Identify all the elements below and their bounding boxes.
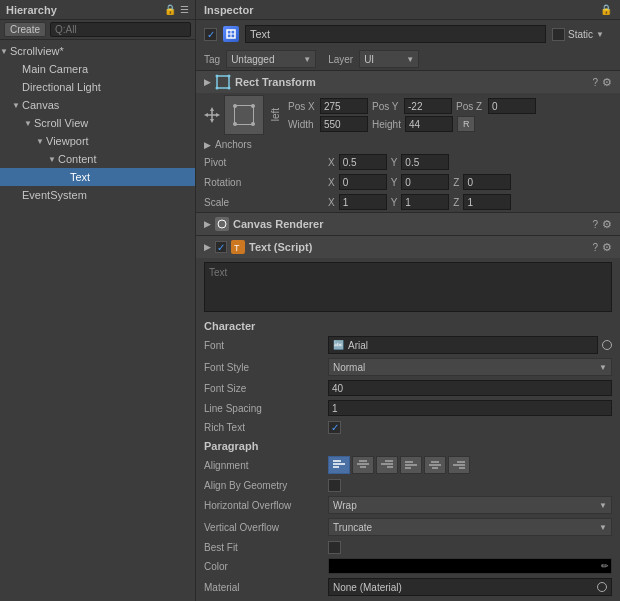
font-field[interactable]: 🔤 Arial (328, 336, 598, 354)
static-checkbox[interactable] (552, 28, 565, 41)
canvas-renderer-section: ▶ Canvas Renderer ? ⚙ (196, 212, 620, 235)
hierarchy-toolbar: Create (0, 20, 195, 40)
create-button[interactable]: Create (4, 22, 46, 37)
line-spacing-input[interactable] (328, 400, 612, 416)
cr-help-icon[interactable]: ? (592, 219, 598, 230)
rt-width-input[interactable] (320, 116, 368, 132)
font-style-dropdown[interactable]: Normal ▼ (328, 358, 612, 376)
scale-z-input[interactable] (463, 194, 511, 210)
hierarchy-item-directional-light[interactable]: Directional Light (0, 78, 195, 96)
text-preview-label: Text (209, 267, 227, 278)
rotation-z-input[interactable] (463, 174, 511, 190)
scale-x-label: X (328, 197, 335, 208)
anchor-preview[interactable] (224, 95, 264, 135)
pivot-label: Pivot (204, 157, 324, 168)
rt-posy-input[interactable] (404, 98, 452, 114)
rotation-y-input[interactable] (401, 174, 449, 190)
horiz-overflow-dropdown[interactable]: Wrap ▼ (328, 496, 612, 514)
rt-posx-label: Pos X (288, 101, 316, 112)
hierarchy-panel: Hierarchy 🔒 ☰ Create ▼Scrollview*Main Ca… (0, 0, 196, 601)
font-size-input[interactable] (328, 380, 612, 396)
rt-title: Rect Transform (235, 76, 588, 88)
tree-item-label-directional-light: Directional Light (22, 81, 101, 93)
layer-label: Layer (328, 54, 353, 65)
pivot-row: Pivot X Y (196, 152, 620, 172)
tree-arrow-viewport[interactable]: ▼ (36, 137, 46, 146)
ts-enabled-checkbox[interactable]: ✓ (215, 241, 227, 253)
horiz-overflow-value: Wrap (333, 500, 357, 511)
rt-height-input[interactable] (405, 116, 453, 132)
static-dropdown-arrow[interactable]: ▼ (596, 30, 604, 39)
hierarchy-item-scroll-view[interactable]: ▼Scroll View (0, 114, 195, 132)
lock-icon[interactable]: 🔒 (164, 4, 176, 15)
tree-arrow-canvas[interactable]: ▼ (12, 101, 22, 110)
svg-point-4 (216, 75, 219, 78)
align-by-geometry-checkbox[interactable] (328, 479, 341, 492)
rich-text-checkbox[interactable]: ✓ (328, 421, 341, 434)
tag-value: Untagged (231, 54, 274, 65)
hierarchy-item-scrollview[interactable]: ▼Scrollview* (0, 42, 195, 60)
align-top-center-btn[interactable] (352, 456, 374, 474)
svg-point-5 (228, 75, 231, 78)
material-field[interactable]: None (Material) (328, 578, 612, 596)
ts-collapse-arrow[interactable]: ▶ (204, 242, 211, 252)
go-enabled-checkbox[interactable]: ✓ (204, 28, 217, 41)
align-mid-left-btn[interactable] (400, 456, 422, 474)
pivot-x-input[interactable] (339, 154, 387, 170)
tree-item-label-viewport: Viewport (46, 135, 89, 147)
go-name-field[interactable] (245, 25, 546, 43)
tree-arrow-content[interactable]: ▼ (48, 155, 58, 164)
inspector-lock-icon[interactable]: 🔒 (600, 4, 612, 15)
hierarchy-item-content[interactable]: ▼Content (0, 150, 195, 168)
hierarchy-item-eventsystem[interactable]: EventSystem (0, 186, 195, 204)
pivot-y-input[interactable] (401, 154, 449, 170)
ts-title: Text (Script) (249, 241, 588, 253)
align-top-right-btn[interactable] (376, 456, 398, 474)
font-picker-dot[interactable] (602, 340, 612, 350)
vert-overflow-dropdown[interactable]: Truncate ▼ (328, 518, 612, 536)
tree-arrow-scrollview[interactable]: ▼ (0, 47, 10, 56)
color-field[interactable]: ✏ (328, 558, 612, 574)
rt-help-icon[interactable]: ? (592, 77, 598, 88)
hierarchy-search[interactable] (50, 22, 191, 37)
font-style-row: Font Style Normal ▼ (196, 356, 620, 378)
tag-dropdown[interactable]: Untagged ▼ (226, 50, 316, 68)
ts-help-icon[interactable]: ? (592, 242, 598, 253)
align-top-left-btn[interactable] (328, 456, 350, 474)
rt-collapse-arrow[interactable]: ▶ (204, 77, 211, 87)
material-label: Material (204, 582, 324, 593)
layer-dropdown[interactable]: UI ▼ (359, 50, 419, 68)
pivot-y-label: Y (391, 157, 398, 168)
scale-y-input[interactable] (401, 194, 449, 210)
rt-posx-input[interactable] (320, 98, 368, 114)
r-button[interactable]: R (457, 116, 476, 132)
anchors-arrow[interactable]: ▶ (204, 140, 211, 150)
font-value: Arial (348, 340, 368, 351)
align-mid-right-btn[interactable] (448, 456, 470, 474)
scale-x-input[interactable] (339, 194, 387, 210)
canvas-renderer-header: ▶ Canvas Renderer ? ⚙ (196, 213, 620, 235)
ts-gear-icon[interactable]: ⚙ (602, 241, 612, 254)
cr-collapse-arrow[interactable]: ▶ (204, 219, 211, 229)
align-mid-center-btn[interactable] (424, 456, 446, 474)
menu-icon[interactable]: ☰ (180, 4, 189, 15)
hierarchy-item-main-camera[interactable]: Main Camera (0, 60, 195, 78)
best-fit-checkbox[interactable] (328, 541, 341, 554)
vert-overflow-label: Vertical Overflow (204, 522, 324, 533)
tag-label: Tag (204, 54, 220, 65)
tree-arrow-scroll-view[interactable]: ▼ (24, 119, 34, 128)
material-picker-dot[interactable] (597, 582, 607, 592)
rt-posz-input[interactable] (488, 98, 536, 114)
rt-gear-icon[interactable]: ⚙ (602, 76, 612, 89)
rotation-x-input[interactable] (339, 174, 387, 190)
rt-posz-label: Pos Z (456, 101, 484, 112)
cr-gear-icon[interactable]: ⚙ (602, 218, 612, 231)
font-size-label: Font Size (204, 383, 324, 394)
scale-z-label: Z (453, 197, 459, 208)
hierarchy-item-viewport[interactable]: ▼Viewport (0, 132, 195, 150)
hierarchy-item-text[interactable]: Text (0, 168, 195, 186)
hierarchy-item-canvas[interactable]: ▼Canvas (0, 96, 195, 114)
material-row: Material None (Material) (196, 576, 620, 598)
text-preview[interactable]: Text (204, 262, 612, 312)
ts-settings: ? ⚙ (592, 241, 612, 254)
